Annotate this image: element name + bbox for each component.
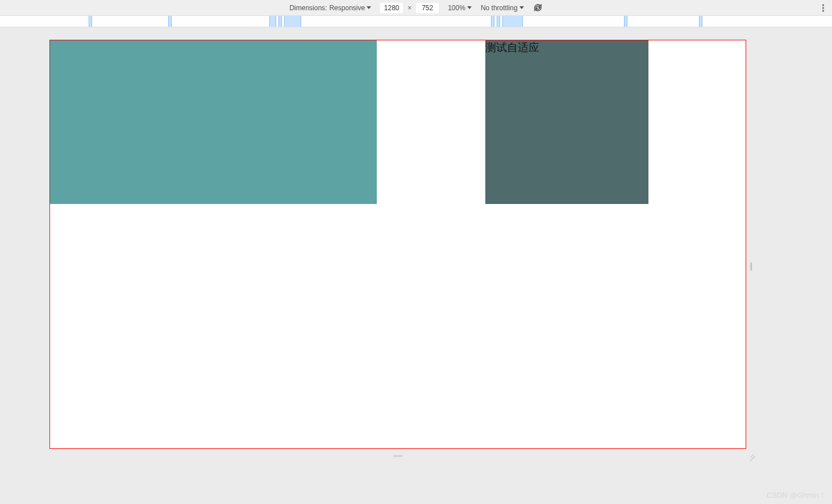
media-query-bar[interactable] — [699, 16, 702, 27]
media-query-bar[interactable] — [284, 16, 301, 27]
caret-down-icon — [367, 6, 371, 9]
kebab-dot — [822, 10, 824, 11]
caret-down-icon — [467, 6, 472, 9]
media-query-bar[interactable] — [497, 16, 500, 27]
height-input[interactable] — [416, 3, 439, 13]
resize-handle-corner[interactable] — [747, 450, 755, 458]
dark-box-text: 测试自适应 — [485, 41, 539, 53]
teal-box — [50, 40, 377, 204]
media-query-bar[interactable] — [168, 16, 172, 27]
media-query-bar[interactable] — [269, 16, 276, 27]
media-query-bar[interactable] — [502, 16, 523, 27]
media-query-bar[interactable] — [624, 16, 627, 27]
resize-handle-right[interactable]: || — [750, 261, 751, 270]
throttling-value: No throttling — [481, 4, 518, 12]
resize-handle-bottom[interactable]: ══ — [393, 452, 402, 459]
zoom-select[interactable]: 100% — [448, 4, 472, 12]
width-input[interactable] — [380, 3, 403, 13]
media-query-bar[interactable] — [491, 16, 494, 27]
media-query-bar[interactable] — [89, 16, 92, 27]
more-options-button[interactable] — [820, 2, 826, 14]
x-separator: × — [407, 4, 411, 12]
dimensions-label: Dimensions: — [289, 4, 327, 12]
dark-box: 测试自适应 — [485, 40, 648, 204]
zoom-value: 100% — [448, 4, 465, 12]
device-select[interactable]: Responsive — [329, 4, 371, 12]
rotate-button[interactable] — [533, 3, 543, 13]
media-query-bar[interactable] — [278, 16, 282, 27]
responsive-viewport: 测试自适应 — [49, 40, 746, 449]
rotate-icon — [533, 3, 543, 13]
device-name: Responsive — [329, 4, 365, 12]
throttling-select[interactable]: No throttling — [481, 4, 524, 12]
kebab-dot — [822, 4, 824, 6]
viewport-stage: 测试自适应 || ══ — [0, 27, 832, 504]
caret-down-icon — [519, 6, 524, 9]
media-query-ruler[interactable] — [0, 16, 832, 27]
device-toolbar: Dimensions: Responsive × 100% No throttl… — [0, 0, 832, 16]
kebab-dot — [822, 7, 824, 9]
